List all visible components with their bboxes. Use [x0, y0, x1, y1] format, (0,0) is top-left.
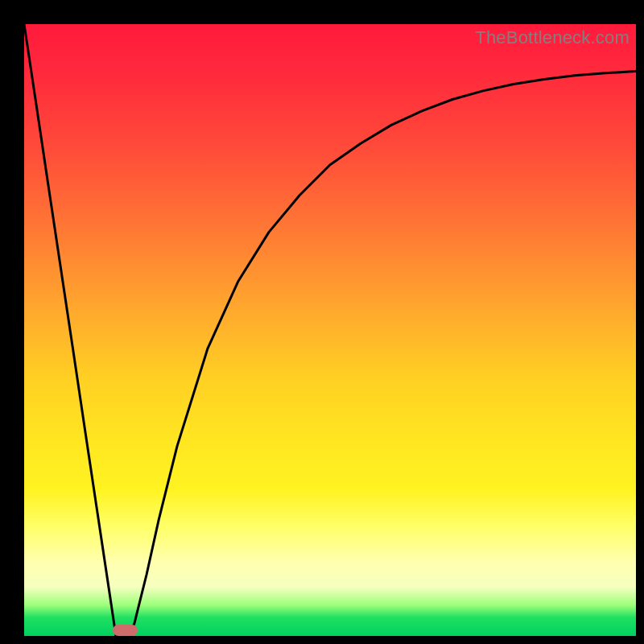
curve-layer: [24, 24, 636, 636]
optimal-range-marker: [113, 625, 137, 636]
bottleneck-curve-path: [24, 24, 636, 636]
plot-area: TheBottleneck.com: [24, 24, 636, 636]
chart-frame: TheBottleneck.com: [0, 0, 644, 644]
